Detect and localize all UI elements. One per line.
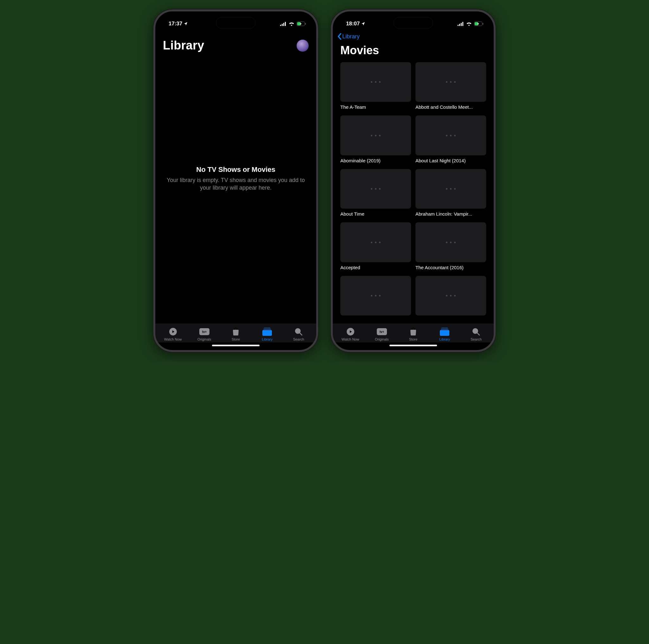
- movie-tile[interactable]: About Last Night (2014): [416, 115, 486, 163]
- svg-rect-2: [283, 23, 284, 26]
- tab-watch-now[interactable]: Watch Now: [157, 327, 188, 341]
- tab-label: Store: [409, 337, 417, 341]
- empty-state: No TV Shows or Movies Your library is em…: [165, 165, 306, 192]
- tab-search[interactable]: Search: [461, 327, 492, 341]
- movie-thumbnail: [340, 62, 411, 102]
- movie-thumbnail: [416, 115, 486, 155]
- movie-thumbnail: [340, 115, 411, 155]
- movie-tile[interactable]: Abominable (2019): [340, 115, 411, 163]
- movie-thumbnail: [340, 169, 411, 209]
- status-time: 18:07: [346, 21, 360, 27]
- chevron-left-icon: [337, 33, 342, 40]
- movie-thumbnail: [416, 222, 486, 262]
- svg-rect-17: [461, 23, 462, 26]
- tab-label: Originals: [375, 337, 389, 341]
- movie-title: The Accountant (2016): [416, 265, 486, 270]
- location-icon: [183, 22, 188, 26]
- tab-label: Store: [232, 337, 240, 341]
- tab-label: Watch Now: [342, 337, 359, 341]
- svg-rect-12: [262, 330, 272, 336]
- tab-library[interactable]: Library: [252, 327, 283, 341]
- movie-thumbnail: [416, 169, 486, 209]
- back-label: Library: [342, 33, 360, 40]
- tv-plus-icon: tv+: [377, 328, 387, 335]
- content-area: No TV Shows or Movies Your library is em…: [155, 55, 316, 324]
- library-icon: [440, 328, 449, 336]
- phone-right: 18:07 Library Movies The A-TeamAbbott an…: [331, 9, 495, 352]
- movie-tile[interactable]: Abbott and Costello Meet...: [416, 62, 486, 110]
- svg-rect-10: [264, 328, 270, 328]
- movie-tile[interactable]: About Time: [340, 169, 411, 216]
- movie-tile[interactable]: The A-Team: [340, 62, 411, 110]
- bag-icon: [232, 328, 239, 336]
- tab-label: Originals: [198, 337, 211, 341]
- tab-bar: Watch Now tv+ Originals Store Library Se…: [155, 324, 316, 343]
- tab-watch-now[interactable]: Watch Now: [335, 327, 366, 341]
- status-time: 17:37: [169, 21, 182, 27]
- tab-library[interactable]: Library: [429, 327, 461, 341]
- tab-originals[interactable]: tv+ Originals: [366, 327, 397, 341]
- bag-icon: [410, 328, 417, 336]
- tab-label: Library: [262, 337, 272, 341]
- home-indicator[interactable]: [333, 343, 494, 350]
- tab-search[interactable]: Search: [283, 327, 314, 341]
- search-icon: [472, 328, 480, 336]
- library-icon: [262, 328, 272, 336]
- dynamic-island: [394, 17, 433, 29]
- dynamic-island: [216, 17, 256, 29]
- page-title: Movies: [333, 40, 494, 62]
- tab-store[interactable]: Store: [397, 327, 429, 341]
- tab-label: Watch Now: [164, 337, 182, 341]
- nav-header: Library: [155, 30, 316, 55]
- battery-icon: [474, 22, 484, 26]
- movie-thumbnail: [416, 62, 486, 102]
- play-circle-icon: [346, 328, 355, 336]
- svg-rect-21: [483, 23, 483, 25]
- tab-label: Library: [439, 337, 450, 341]
- movie-grid: The A-TeamAbbott and Costello Meet...Abo…: [333, 62, 494, 316]
- location-icon: [361, 22, 365, 26]
- content-area[interactable]: The A-TeamAbbott and Costello Meet...Abo…: [333, 62, 494, 324]
- movie-title: About Time: [340, 211, 411, 216]
- tab-bar: Watch Now tv+ Originals Store Library Se…: [333, 324, 494, 343]
- movie-thumbnail: [416, 276, 486, 316]
- tab-label: Search: [471, 337, 482, 341]
- tab-originals[interactable]: tv+ Originals: [188, 327, 220, 341]
- movie-tile[interactable]: Accepted: [340, 222, 411, 270]
- page-title: Library: [163, 39, 204, 52]
- movie-tile[interactable]: Abraham Lincoln: Vampir...: [416, 169, 486, 216]
- svg-rect-1: [282, 24, 283, 26]
- svg-rect-3: [285, 22, 286, 26]
- movie-thumbnail: [340, 276, 411, 316]
- svg-rect-15: [458, 25, 459, 26]
- battery-icon: [297, 22, 306, 26]
- movie-tile[interactable]: The Accountant (2016): [416, 222, 486, 270]
- play-circle-icon: [169, 328, 177, 336]
- back-button[interactable]: Library: [333, 30, 494, 40]
- movie-title: Accepted: [340, 265, 411, 270]
- empty-subtitle: Your library is empty. TV shows and movi…: [165, 176, 306, 192]
- movie-title: Abraham Lincoln: Vampir...: [416, 211, 486, 216]
- svg-rect-18: [462, 22, 463, 26]
- empty-title: No TV Shows or Movies: [165, 165, 306, 174]
- svg-text:tv+: tv+: [202, 330, 207, 333]
- movie-title: The A-Team: [340, 104, 411, 110]
- movie-tile[interactable]: [340, 276, 411, 316]
- movie-title: About Last Night (2014): [416, 158, 486, 163]
- svg-rect-27: [440, 330, 449, 336]
- wifi-icon: [466, 22, 472, 26]
- svg-line-14: [300, 333, 302, 335]
- movie-title: Abbott and Costello Meet...: [416, 104, 486, 110]
- profile-avatar[interactable]: [297, 40, 309, 52]
- svg-text:tv+: tv+: [379, 330, 384, 333]
- svg-rect-26: [441, 329, 448, 329]
- movie-thumbnail: [340, 222, 411, 262]
- svg-line-29: [477, 333, 480, 335]
- svg-rect-11: [263, 329, 271, 329]
- movie-title: Abominable (2019): [340, 158, 411, 163]
- home-indicator[interactable]: [155, 343, 316, 350]
- svg-rect-0: [280, 25, 281, 26]
- tab-store[interactable]: Store: [220, 327, 251, 341]
- cellular-icon: [280, 22, 287, 26]
- movie-tile[interactable]: [416, 276, 486, 316]
